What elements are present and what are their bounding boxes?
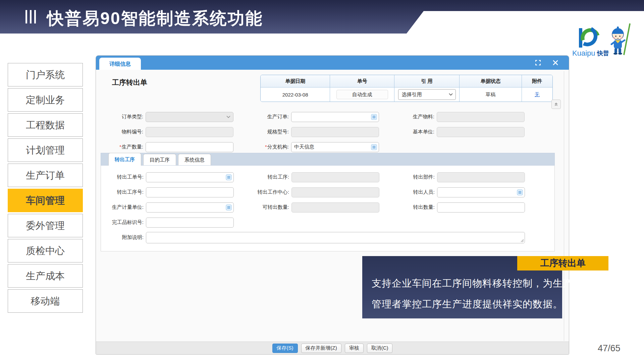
material-no-label: 物料编号: (96, 129, 146, 135)
logo-wordmark: Kuaipu (572, 49, 595, 57)
header-form: 订单类型: 生产订单: 生产物料: 物料编号: 规格型号: 基本单位: *生产数… (96, 109, 525, 155)
material-no-input (146, 127, 233, 137)
spec-model-input (291, 127, 379, 137)
sidebar-item-portal[interactable]: 门户系统 (8, 63, 83, 86)
feature-callout: 工序转出单 支持企业车间在工序间物料移转控制，为生产 管理者掌控工序生产进度提供… (362, 256, 562, 318)
remark-label: 附加说明: (101, 234, 146, 241)
tab-transfer-out-process[interactable]: 转出工序 (108, 153, 141, 166)
out-part-label: 转出部件: (379, 174, 437, 180)
attachment-link[interactable]: 无 (535, 92, 540, 97)
callout-text-line1: 支持企业车间在工序间物料移转控制，为生产 (372, 277, 573, 290)
sidebar-item-quality-center[interactable]: 质检中心 (8, 239, 83, 262)
out-process-no-input[interactable] (146, 187, 234, 197)
out-person-label: 转出人员: (379, 189, 437, 195)
chevron-down-icon (449, 93, 453, 96)
prod-unit-input[interactable] (146, 202, 234, 213)
detail-tabstrip: 转出工序 目的工序 系统信息 (101, 153, 555, 166)
prod-material-input (437, 112, 525, 122)
page-number: 47/65 (598, 343, 621, 354)
sidebar-item-mobile[interactable]: 移动端 (8, 289, 83, 313)
prod-order-label: 生产订单: (233, 114, 291, 120)
save-button[interactable]: 保存(S) (272, 344, 298, 353)
reference-select-value: 选择引用 (402, 92, 422, 98)
sidebar-item-plan-management[interactable]: 计划管理 (8, 138, 83, 162)
save-and-new-button[interactable]: 保存并新增(Z) (301, 344, 341, 353)
mascot-icon (611, 23, 630, 55)
kuaipu-logo: Kuaipu 快普 (570, 23, 634, 59)
spec-model-label: 规格型号: (233, 129, 291, 135)
col-doc-status: 单据状态 (460, 75, 522, 87)
required-marker: * (265, 144, 267, 149)
col-reference: 引 用 (394, 75, 460, 87)
audit-button[interactable]: 审核 (345, 344, 364, 353)
logo-wordmark-cn: 快普 (597, 50, 609, 57)
prod-qty-input[interactable] (146, 142, 233, 152)
close-icon[interactable] (551, 59, 559, 67)
module-sidebar: 门户系统 定制业务 工程数据 计划管理 生产订单 车间管理 委外管理 质检中心 … (8, 63, 83, 314)
chevron-down-icon (226, 116, 230, 118)
maximize-icon[interactable] (534, 59, 542, 67)
dialog-titlebar: 详细信息 (96, 56, 569, 70)
sidebar-item-engineering-data[interactable]: 工程数据 (8, 113, 83, 137)
double-chevron-up-icon (554, 102, 558, 107)
col-doc-date: 单据日期 (261, 75, 330, 87)
col-doc-no: 单号 (330, 75, 394, 87)
out-work-order-input[interactable] (146, 172, 234, 182)
out-qty-label: 转出数量: (379, 204, 437, 210)
finished-id-label: 完工品标识号: (101, 219, 146, 226)
out-part-input (437, 172, 525, 182)
prod-order-input[interactable] (291, 112, 379, 122)
transfer-out-form: 转出工单号: 转出工序: 转出部件: 转出工序号: 转出工作中心: 转出人员: (101, 166, 554, 245)
prod-qty-label: *生产数量: (96, 144, 146, 150)
document-header-table: 单据日期 单号 引 用 单据状态 附件 2022-03-08 自动生成 选择引用… (260, 75, 553, 102)
finished-id-input[interactable] (146, 218, 234, 228)
out-work-center-input (291, 187, 379, 197)
scroll-gutter[interactable] (564, 71, 564, 341)
lookup-icon[interactable] (371, 144, 377, 150)
lookup-icon[interactable] (371, 114, 377, 120)
out-process-input (291, 172, 379, 182)
remark-textarea[interactable] (146, 232, 525, 243)
form-title: 工序转出单 (112, 78, 147, 87)
base-unit-label: 基本单位: (379, 129, 437, 135)
kuaipu-logo-graphic: Kuaipu 快普 (570, 23, 634, 59)
out-process-label: 转出工序: (234, 174, 291, 180)
doc-no-value: 自动生成 (336, 90, 388, 99)
collapse-header-button[interactable] (551, 100, 561, 109)
out-qty-input[interactable] (437, 202, 525, 213)
doc-date-value: 2022-03-08 (261, 87, 330, 102)
dialog-footer: 保存(S) 保存并新增(Z) 审核 取消(C) (96, 342, 569, 354)
transferable-qty-label: 可转出数量: (234, 204, 291, 210)
out-work-center-label: 转出工作中心: (234, 189, 291, 195)
title-bars-icon (25, 10, 36, 23)
tab-detail-info[interactable]: 详细信息 (99, 58, 141, 70)
callout-tag: 工序转出单 (517, 256, 608, 270)
lookup-icon[interactable] (517, 189, 523, 195)
transferable-qty-input (291, 202, 379, 213)
sidebar-item-workshop-management[interactable]: 车间管理 (8, 189, 83, 212)
sidebar-item-production-order[interactable]: 生产订单 (8, 164, 83, 187)
lookup-icon[interactable] (226, 174, 232, 180)
slide-header-banner: 快普易90智能制造系统功能 (0, 0, 644, 34)
prod-unit-label: 生产计量单位: (101, 204, 146, 210)
branch-input[interactable] (291, 142, 379, 152)
out-process-no-label: 转出工序号: (101, 189, 146, 195)
col-attachment: 附件 (522, 75, 552, 87)
out-person-input[interactable] (437, 187, 525, 197)
out-work-order-label: 转出工单号: (101, 174, 146, 180)
cancel-button[interactable]: 取消(C) (367, 344, 393, 353)
sidebar-item-custom-business[interactable]: 定制业务 (8, 88, 83, 112)
transfer-out-panel: 转出工单号: 转出工序: 转出部件: 转出工序号: 转出工作中心: 转出人员: (101, 166, 555, 251)
tab-system-info[interactable]: 系统信息 (178, 154, 211, 165)
prod-material-label: 生产物料: (379, 114, 437, 120)
slide-title: 快普易90智能制造系统功能 (47, 7, 263, 30)
branch-label: *分支机构: (233, 144, 291, 150)
tab-target-process[interactable]: 目的工序 (143, 154, 176, 165)
base-unit-input (437, 127, 525, 137)
sidebar-item-production-cost[interactable]: 生产成本 (8, 264, 83, 288)
sidebar-item-outsourcing[interactable]: 委外管理 (8, 214, 83, 237)
lookup-icon[interactable] (226, 204, 232, 210)
reference-select[interactable]: 选择引用 (398, 89, 456, 100)
callout-text-line2: 管理者掌控工序生产进度提供祥实的数据。 (372, 298, 563, 311)
required-marker: * (119, 144, 121, 149)
